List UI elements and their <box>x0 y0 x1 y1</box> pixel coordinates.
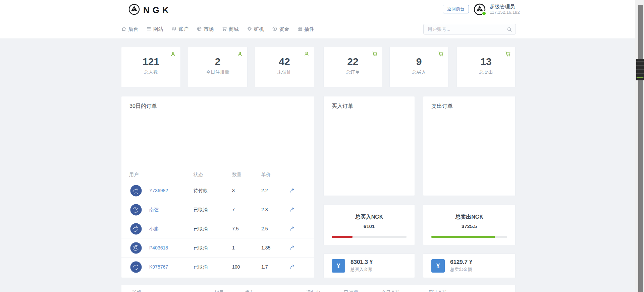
avatar <box>130 204 142 217</box>
user-link[interactable]: 南弦 <box>149 207 159 213</box>
order-status: 已取消 <box>194 264 208 270</box>
total-value: 3725.5 <box>423 223 515 229</box>
order-price: 1.7 <box>261 264 268 270</box>
table-row: K975767 已取消 100 1.7 <box>121 257 314 277</box>
user-link[interactable]: Y736982 <box>149 188 168 193</box>
brand-name: NGK <box>143 5 172 15</box>
view-order-arrow-icon[interactable] <box>289 244 295 251</box>
nav-item-market[interactable]: 市场 <box>197 26 214 32</box>
search-icon[interactable] <box>507 27 512 33</box>
coin-icon <box>272 26 277 32</box>
stat-card-total-orders: 22 总订单 <box>323 47 382 87</box>
scrollbar-mark-green <box>637 77 643 78</box>
scrollbar-gutter <box>635 0 644 292</box>
stat-card-total-buys: 9 总买入 <box>389 47 448 87</box>
scrollbar-mark-orange <box>637 69 643 69</box>
orders-chart-area <box>121 116 314 168</box>
nav-item-backend[interactable]: 后台 <box>121 26 138 32</box>
stat-label: 总人数 <box>121 69 180 75</box>
buy-amount-card: ¥ 8301.3 ¥ 总买入金额 <box>323 253 415 278</box>
panel-title: 买入订单 <box>324 96 415 110</box>
order-price: 2.2 <box>261 188 268 193</box>
user-link[interactable]: 小廖 <box>149 226 159 232</box>
admin-dashboard: NGK 返回前台 超级管理员 117.152.16.182 <box>0 0 644 292</box>
view-order-arrow-icon[interactable] <box>289 206 295 213</box>
order-qty: 1 <box>232 245 235 250</box>
table-row: 南弦 已取消 7 2.3 <box>121 200 314 219</box>
brand-logo: NGK <box>128 4 172 16</box>
panel-title: 30日的订单 <box>121 96 314 110</box>
scrollbar-thumb[interactable] <box>636 59 644 80</box>
user-icon <box>237 51 243 58</box>
user-link[interactable]: K975767 <box>149 264 168 270</box>
amount-label: 总卖出金额 <box>450 267 472 273</box>
user-search <box>423 24 516 34</box>
total-sell-ngk-card: 总卖出NGK 3725.5 <box>423 204 516 245</box>
stat-card-unverified: 42 未认证 <box>255 47 314 87</box>
nav-item-funds[interactable]: 资金 <box>272 26 289 32</box>
progress-track <box>431 236 507 238</box>
nav-item-miner[interactable]: 矿机 <box>247 26 264 32</box>
search-input[interactable] <box>424 24 516 34</box>
main-nav: 后台 网站 账户 市场 商城 矿机 <box>0 20 635 39</box>
orders-30d-panel: 30日的订单 用户 状态 数量 单价 Y736982 待付款 3 2.2 南弦 … <box>121 96 314 278</box>
top-header: NGK 返回前台 超级管理员 117.152.16.182 <box>0 0 635 20</box>
sell-orders-panel: 卖出订单 <box>423 96 516 196</box>
ngk-emblem-icon <box>128 4 140 16</box>
avatar <box>130 223 142 236</box>
progress-track <box>332 236 407 238</box>
table-row: P403618 已取消 1 1.85 <box>121 238 314 258</box>
online-status-dot <box>482 11 486 16</box>
sell-amount-card: ¥ 6129.7 ¥ 总卖出金额 <box>423 253 516 278</box>
list-icon <box>146 26 152 32</box>
globe-icon <box>197 26 202 32</box>
cart-icon <box>372 51 378 58</box>
orders-table-header: 用户 状态 数量 单价 <box>121 168 314 181</box>
admin-name: 超级管理员 <box>490 4 520 10</box>
nav-item-mall[interactable]: 商城 <box>222 26 239 32</box>
stat-label: 总卖出 <box>457 69 515 75</box>
user-icon <box>304 51 310 58</box>
admin-info[interactable]: 超级管理员 117.152.16.182 <box>473 3 520 16</box>
scrollbar-track[interactable] <box>638 5 643 292</box>
avatar <box>130 242 142 255</box>
divider <box>324 116 415 116</box>
nav-item-plugins[interactable]: 插件 <box>297 26 314 32</box>
order-status: 已取消 <box>194 207 208 213</box>
cart-icon <box>222 26 227 32</box>
total-title: 总买入NGK <box>324 214 415 221</box>
order-qty: 3 <box>232 188 235 193</box>
stat-label: 今日注册量 <box>188 69 247 75</box>
total-value: 6101 <box>324 223 415 229</box>
total-buy-ngk-card: 总买入NGK 6101 <box>323 204 415 245</box>
yuan-icon: ¥ <box>431 259 445 273</box>
back-to-front-button[interactable]: 返回前台 <box>443 5 469 13</box>
admin-ip: 117.152.16.182 <box>490 10 520 15</box>
order-price: 2.5 <box>261 226 268 231</box>
miner-table-panel: 矿机 销量 库存 运行中 已过期 今日产矿 累计产矿 <box>121 285 516 292</box>
amount-value: 6129.7 ¥ <box>450 259 472 266</box>
nav-item-accounts[interactable]: 账户 <box>171 26 189 32</box>
cart-icon <box>438 51 444 58</box>
view-order-arrow-icon[interactable] <box>289 225 295 232</box>
stat-label: 总买入 <box>390 69 448 75</box>
buy-progress-bar <box>332 236 353 238</box>
view-order-arrow-icon[interactable] <box>289 187 295 194</box>
yuan-icon: ¥ <box>332 259 345 273</box>
table-row: 小廖 已取消 7.5 2.5 <box>121 219 314 238</box>
avatar <box>130 185 142 198</box>
user-icon <box>170 51 176 58</box>
nav-item-website[interactable]: 网站 <box>146 26 163 32</box>
admin-avatar[interactable] <box>473 3 486 16</box>
divider <box>423 116 515 116</box>
cart-icon <box>505 51 511 58</box>
grid-icon <box>297 26 303 32</box>
stat-label: 总订单 <box>324 69 382 75</box>
panel-title: 卖出订单 <box>423 96 515 110</box>
avatar <box>130 261 142 274</box>
sell-progress-bar <box>431 236 495 238</box>
view-order-arrow-icon[interactable] <box>289 264 295 271</box>
amount-label: 总买入金额 <box>351 267 372 273</box>
home-icon <box>121 26 126 32</box>
user-link[interactable]: P403618 <box>149 245 168 250</box>
